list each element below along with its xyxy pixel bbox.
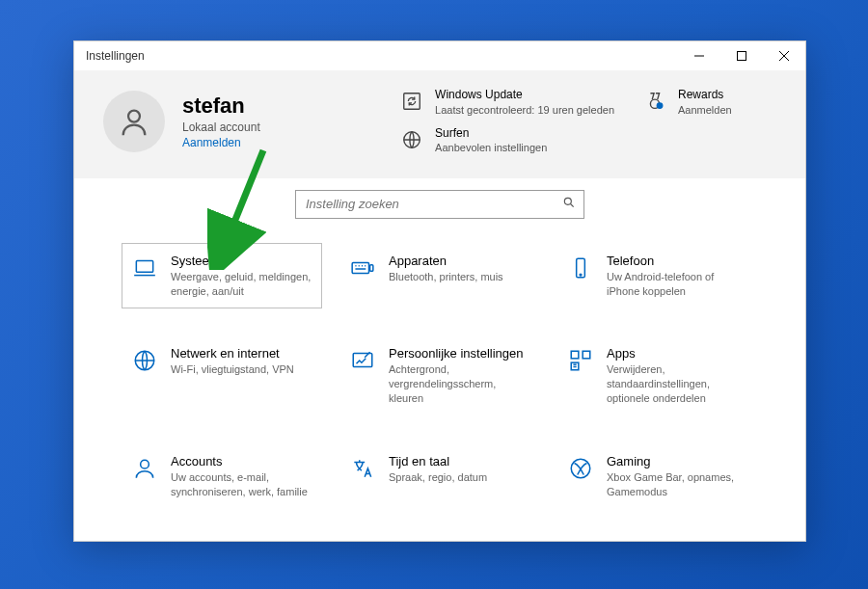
card-desc: Spraak, regio, datum xyxy=(389,470,487,485)
svg-rect-8 xyxy=(352,262,368,273)
svg-rect-0 xyxy=(738,52,746,61)
settings-window: Instellingen stefan Lokaal account Aanme… xyxy=(73,40,806,542)
svg-rect-9 xyxy=(370,265,373,272)
titlebar: Instellingen xyxy=(74,41,805,70)
medal-icon xyxy=(641,88,668,115)
card-desc: Verwijderen, standaardinstellingen, opti… xyxy=(607,362,749,406)
card-desc: Uw accounts, e-mail, synchroniseren, wer… xyxy=(171,470,313,499)
tile-browse[interactable]: Surfen Aanbevolen instellingen xyxy=(398,126,614,155)
card-phone[interactable]: Telefoon Uw Android-telefoon of iPhone k… xyxy=(558,244,757,308)
card-desc: Bluetooth, printers, muis xyxy=(389,270,503,284)
account-type: Lokaal account xyxy=(182,120,260,134)
card-title: Persoonlijke instellingen xyxy=(389,346,531,361)
card-desc: Xbox Game Bar, opnames, Gamemodus xyxy=(607,470,749,499)
card-time-language[interactable]: Tijd en taal Spraak, regio, datum xyxy=(340,444,539,509)
profile-name: stefan xyxy=(182,94,260,119)
card-desc: Achtergrond, vergrendelingsscherm, kleur… xyxy=(389,362,531,406)
update-title: Windows Update xyxy=(435,88,614,103)
browse-title: Surfen xyxy=(435,126,547,142)
tile-windows-update[interactable]: Windows Update Laatst gecontroleerd: 19 … xyxy=(398,88,614,117)
browse-desc: Aanbevolen instellingen xyxy=(435,141,547,154)
globe-icon xyxy=(398,126,425,153)
svg-rect-13 xyxy=(353,354,372,367)
card-desc: Weergave, geluid, meldingen, energie, aa… xyxy=(171,270,313,299)
card-title: Accounts xyxy=(171,454,313,469)
person-icon xyxy=(130,454,159,483)
maximize-button[interactable] xyxy=(720,41,763,70)
svg-rect-14 xyxy=(571,352,579,360)
content-area: Systeem Weergave, geluid, meldingen, ene… xyxy=(74,178,805,541)
language-icon xyxy=(348,454,377,483)
close-button[interactable] xyxy=(763,41,805,70)
update-desc: Laatst gecontroleerd: 19 uren geleden xyxy=(435,103,614,117)
rewards-desc: Aanmelden xyxy=(678,103,732,117)
window-title: Instellingen xyxy=(86,49,145,63)
card-title: Apparaten xyxy=(389,254,503,268)
xbox-icon xyxy=(566,454,595,483)
card-desc: Wi-Fi, vliegtuigstand, VPN xyxy=(171,362,294,377)
rewards-title: Rewards xyxy=(678,88,732,103)
paint-icon xyxy=(348,346,377,375)
search-box[interactable] xyxy=(295,190,584,219)
card-network[interactable]: Netwerk en internet Wi-Fi, vliegtuigstan… xyxy=(122,336,321,415)
card-system[interactable]: Systeem Weergave, geluid, meldingen, ene… xyxy=(122,244,321,308)
signin-link[interactable]: Aanmelden xyxy=(182,136,260,149)
card-personalization[interactable]: Persoonlijke instellingen Achtergrond, v… xyxy=(340,336,539,415)
tile-rewards[interactable]: Rewards Aanmelden xyxy=(641,88,776,117)
apps-icon xyxy=(566,346,595,375)
svg-rect-15 xyxy=(583,352,590,360)
avatar[interactable] xyxy=(103,91,165,152)
settings-grid: Systeem Weergave, geluid, meldingen, ene… xyxy=(103,244,776,509)
card-title: Telefoon xyxy=(607,254,749,268)
search-icon xyxy=(562,196,576,213)
svg-rect-7 xyxy=(136,260,152,272)
card-gaming[interactable]: Gaming Xbox Game Bar, opnames, Gamemodus xyxy=(558,444,757,509)
svg-point-11 xyxy=(580,274,582,276)
minimize-button[interactable] xyxy=(678,41,720,70)
card-title: Tijd en taal xyxy=(389,454,487,469)
globe-icon xyxy=(130,346,159,375)
card-desc: Uw Android-telefoon of iPhone koppelen xyxy=(607,270,749,299)
search-input[interactable] xyxy=(304,196,562,212)
card-devices[interactable]: Apparaten Bluetooth, printers, muis xyxy=(340,244,539,308)
svg-point-6 xyxy=(564,198,571,204)
card-title: Netwerk en internet xyxy=(171,346,294,361)
svg-point-17 xyxy=(141,460,149,469)
svg-point-1 xyxy=(128,111,140,122)
card-title: Systeem xyxy=(171,254,313,268)
laptop-icon xyxy=(130,254,159,282)
card-accounts[interactable]: Accounts Uw accounts, e-mail, synchronis… xyxy=(122,444,321,509)
refresh-icon xyxy=(398,88,425,115)
hero-tiles: Windows Update Laatst gecontroleerd: 19 … xyxy=(398,88,776,155)
card-apps[interactable]: Apps Verwijderen, standaardinstellingen,… xyxy=(558,336,757,415)
hero-panel: stefan Lokaal account Aanmelden Windows … xyxy=(74,70,805,178)
card-title: Gaming xyxy=(607,454,749,469)
card-title: Apps xyxy=(607,346,749,361)
svg-rect-2 xyxy=(404,94,420,110)
keyboard-icon xyxy=(348,254,377,282)
svg-point-4 xyxy=(657,103,663,109)
profile-block: stefan Lokaal account Aanmelden xyxy=(182,94,260,149)
phone-icon xyxy=(566,254,595,282)
